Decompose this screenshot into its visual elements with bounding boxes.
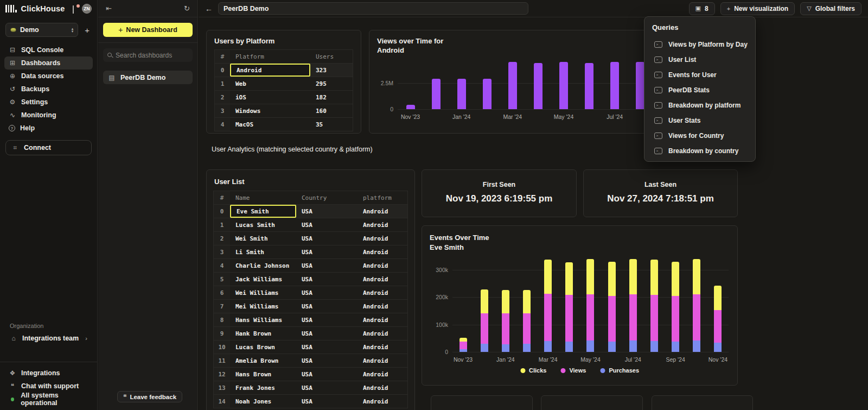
sidebar-item-sql-console[interactable]: ⊟SQL Console xyxy=(4,43,93,56)
stacked-bar-Sep-24[interactable] xyxy=(672,262,679,352)
back-arrow-icon[interactable]: ← xyxy=(205,4,213,13)
table-row[interactable]: 2iOS182 xyxy=(215,91,353,104)
table-row[interactable]: 0Android323 xyxy=(215,64,353,77)
table-row[interactable]: 11Amelia BrownUSAAndroid xyxy=(214,354,407,368)
bar-Jun-24[interactable] xyxy=(585,63,593,109)
table-cell[interactable]: Android xyxy=(358,354,409,367)
sidebar-item-chat-with-support[interactable]: ❝Chat with support xyxy=(4,380,93,393)
table-cell[interactable]: USA xyxy=(296,327,358,340)
leave-feedback-button[interactable]: ❝ Leave feedback xyxy=(117,391,182,402)
table-cell[interactable]: Android xyxy=(358,368,409,381)
collapse-sidebar-icon[interactable]: ⇤ xyxy=(106,4,112,12)
sidebar-item-help[interactable]: ?Help xyxy=(4,122,93,135)
stacked-bar-Apr-24[interactable] xyxy=(565,262,573,352)
table-cell[interactable]: Android xyxy=(358,381,409,394)
query-item-breakdown-by-platform[interactable]: >_Breakdown by platform xyxy=(652,98,748,113)
table-row[interactable]: 12Hans BrownUSAAndroid xyxy=(214,368,407,381)
table-cell[interactable]: Frank Jones xyxy=(230,381,296,394)
query-item-user-list[interactable]: >_User List xyxy=(652,52,748,67)
table-cell[interactable]: Android xyxy=(358,300,409,313)
table-cell[interactable]: USA xyxy=(296,218,358,231)
table-cell[interactable]: Android xyxy=(358,313,409,326)
table-cell[interactable]: USA xyxy=(296,245,358,258)
table-cell[interactable]: Lucas Smith xyxy=(230,218,296,231)
table-cell[interactable]: Eve Smith xyxy=(230,205,296,218)
sidebar-item-settings[interactable]: ⚙Settings xyxy=(4,96,93,109)
bar-Aug-24[interactable] xyxy=(636,62,644,109)
table-cell[interactable]: Android xyxy=(358,395,409,408)
bar-Jan-24[interactable] xyxy=(457,79,466,109)
table-row[interactable]: 2Wei SmithUSAAndroid xyxy=(214,232,407,245)
bar-Mar-24[interactable] xyxy=(508,62,517,109)
table-cell[interactable]: USA xyxy=(296,313,358,326)
stacked-bar-Jan-24[interactable] xyxy=(502,290,509,352)
stacked-bar-Jul-24[interactable] xyxy=(629,259,637,352)
sidebar-item-integrations-team[interactable]: ⌂Integrations team› xyxy=(5,331,92,345)
bar-Dec-23[interactable] xyxy=(432,79,441,109)
table-cell[interactable]: Android xyxy=(358,340,409,354)
dashboard-search[interactable] xyxy=(103,48,193,62)
sidebar-item-system-status[interactable]: All systems operational xyxy=(4,393,93,406)
table-cell[interactable]: 295 xyxy=(310,77,354,90)
query-item-breakdown-by-country[interactable]: >_Breakdown by country xyxy=(652,143,748,159)
table-cell[interactable]: 35 xyxy=(310,118,354,131)
legend-item-views[interactable]: Views xyxy=(560,367,586,374)
table-row[interactable]: 9Hank BrownUSAAndroid xyxy=(214,327,407,340)
table-row[interactable]: 13Frank JonesUSAAndroid xyxy=(214,381,407,395)
table-cell[interactable]: Windows xyxy=(230,104,310,117)
table-row[interactable]: 3Windows160 xyxy=(215,104,353,118)
table-cell[interactable]: Android xyxy=(358,259,409,272)
new-dashboard-button[interactable]: + New Dashboard xyxy=(103,23,193,37)
query-item-events-for-user[interactable]: >_Events for User xyxy=(652,67,748,83)
table-cell[interactable]: Wei Williams xyxy=(230,286,296,299)
user-avatar[interactable]: ZN xyxy=(82,4,92,14)
add-workspace-button[interactable]: + xyxy=(82,26,92,35)
table-row[interactable]: 1Lucas SmithUSAAndroid xyxy=(214,218,407,232)
table-cell[interactable]: Android xyxy=(358,327,409,340)
table-cell[interactable]: Android xyxy=(230,64,310,77)
table-cell[interactable]: Charlie Johnson xyxy=(230,259,296,272)
bar-Feb-24[interactable] xyxy=(483,79,492,109)
dashboard-item-peerdb-demo[interactable]: ▤ PeerDB Demo xyxy=(103,71,193,84)
bar-Nov-23[interactable] xyxy=(406,105,415,109)
table-cell[interactable]: Jack Williams xyxy=(230,273,296,286)
table-cell[interactable]: Li Smith xyxy=(230,245,296,258)
stacked-bar-Mar-24[interactable] xyxy=(544,260,552,352)
table-cell[interactable]: Android xyxy=(358,232,409,245)
table-row[interactable]: 8Hans WilliamsUSAAndroid xyxy=(214,313,407,327)
table-cell[interactable]: Hans Brown xyxy=(230,368,296,381)
table-cell[interactable]: Android xyxy=(358,245,409,258)
table-cell[interactable]: Android xyxy=(358,205,409,218)
stacked-bar-Jun-24[interactable] xyxy=(608,262,616,352)
table-row[interactable]: 14Noah JonesUSAAndroid xyxy=(214,395,407,408)
table-cell[interactable]: 323 xyxy=(310,64,354,77)
query-item-views-for-country[interactable]: >_Views for Country xyxy=(652,128,748,143)
table-cell[interactable]: USA xyxy=(296,395,358,408)
refresh-icon[interactable]: ↻ xyxy=(184,4,190,12)
table-cell[interactable]: USA xyxy=(296,340,358,354)
query-item-views-by-platform-by-day[interactable]: >_Views by Platform by Day xyxy=(652,37,748,52)
table-cell[interactable]: Mei Williams xyxy=(230,300,296,313)
stacked-bar-Oct-24[interactable] xyxy=(693,259,700,352)
table-cell[interactable]: USA xyxy=(296,354,358,367)
table-cell[interactable]: USA xyxy=(296,368,358,381)
bar-Jul-24[interactable] xyxy=(610,62,619,109)
bar-Apr-24[interactable] xyxy=(534,63,542,109)
table-cell[interactable]: iOS xyxy=(230,91,310,104)
legend-item-purchases[interactable]: Purchases xyxy=(600,367,639,374)
table-cell[interactable]: USA xyxy=(296,300,358,313)
stacked-bar-Nov-24[interactable] xyxy=(714,286,722,352)
sidebar-item-integrations[interactable]: ❖Integrations xyxy=(4,367,93,380)
query-item-peerdb-stats[interactable]: >_PeerDB Stats xyxy=(652,83,748,98)
table-cell[interactable]: Android xyxy=(358,286,409,299)
table-cell[interactable]: USA xyxy=(296,381,358,394)
table-row[interactable]: 0Eve SmithUSAAndroid xyxy=(214,205,407,218)
connect-button[interactable]: ⌗ Connect xyxy=(5,140,92,155)
table-cell[interactable]: Hans Williams xyxy=(230,313,296,326)
sidebar-item-data-sources[interactable]: ⊕Data sources xyxy=(4,70,93,83)
table-cell[interactable]: MacOS xyxy=(230,118,310,131)
table-cell[interactable]: Hank Brown xyxy=(230,327,296,340)
table-row[interactable]: 4Charlie JohnsonUSAAndroid xyxy=(214,259,407,273)
stacked-bar-Nov-23[interactable] xyxy=(459,338,467,352)
table-row[interactable]: 10Lucas BrownUSAAndroid xyxy=(214,340,407,354)
